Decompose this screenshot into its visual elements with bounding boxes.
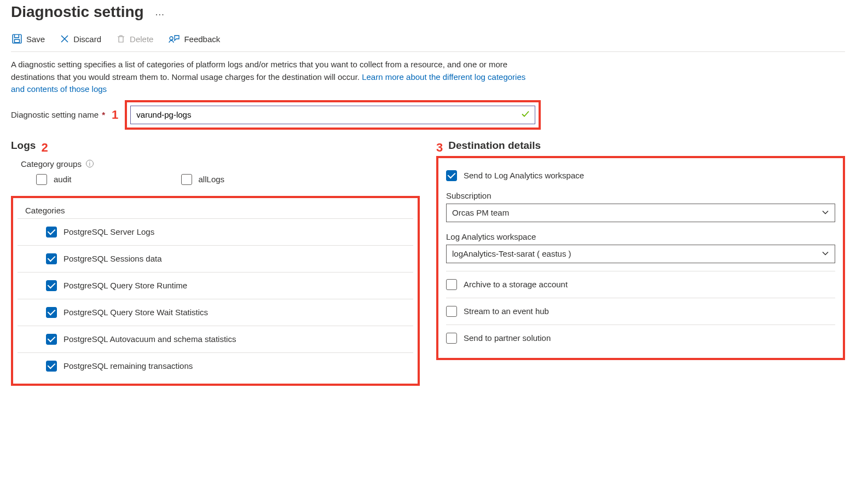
checkbox-icon: [46, 307, 57, 318]
category-item[interactable]: PostgreSQL Query Store Wait Statistics: [18, 299, 413, 326]
svg-point-2: [170, 37, 173, 40]
svg-rect-1: [15, 39, 20, 43]
feedback-button[interactable]: Feedback: [167, 32, 221, 46]
category-item[interactable]: PostgreSQL Server Logs: [18, 218, 413, 245]
destination-column: 3 Destination details Send to Log Analyt…: [436, 140, 845, 386]
toolbar: Save Discard Delete Feedback: [11, 21, 845, 52]
subscription-select[interactable]: Orcas PM team: [446, 204, 835, 222]
checkbox-icon: [46, 280, 57, 291]
checkbox-icon: [46, 253, 57, 264]
callout-3: 3: [436, 141, 443, 155]
category-groups-label: Category groups i: [21, 159, 420, 169]
checkbox-icon: [46, 334, 57, 345]
trash-icon: [117, 34, 125, 43]
categories-label: Categories: [25, 206, 413, 215]
checkbox-icon: [46, 361, 57, 372]
checkbox-icon: [46, 227, 57, 237]
category-item[interactable]: PostgreSQL Query Store Runtime: [18, 272, 413, 299]
category-item[interactable]: PostgreSQL Sessions data: [18, 245, 413, 272]
categories-highlight: Categories PostgreSQL Server Logs Postgr…: [11, 196, 420, 386]
description: A diagnostic setting specifies a list of…: [11, 59, 536, 96]
dest-log-analytics: Send to Log Analytics workspace Subscrip…: [446, 163, 835, 271]
name-field-label: Diagnostic setting name *: [11, 110, 105, 119]
page-title-row: Diagnostic setting …: [11, 0, 845, 21]
dest-partner: Send to partner solution: [446, 325, 835, 351]
checkbox-icon: [446, 279, 457, 290]
checkbox-icon: [181, 174, 192, 185]
destination-heading: Destination details: [448, 140, 541, 152]
destination-highlight: Send to Log Analytics workspace Subscrip…: [436, 156, 845, 360]
category-groups-row: audit allLogs: [11, 172, 420, 193]
checkbox-event-hub[interactable]: Stream to an event hub: [446, 306, 835, 317]
check-icon: [521, 109, 530, 120]
close-icon: [60, 34, 69, 43]
feedback-icon: [169, 34, 180, 44]
info-icon[interactable]: i: [86, 160, 94, 167]
checkbox-icon: [446, 306, 457, 317]
save-icon: [12, 34, 22, 44]
dest-storage: Archive to a storage account: [446, 271, 835, 298]
callout-1: 1: [112, 108, 118, 122]
name-field-row: Diagnostic setting name * 1: [11, 100, 845, 130]
checkbox-icon: [446, 170, 457, 181]
logs-column: Logs 2 Category groups i audit allLogs C…: [11, 140, 420, 386]
checkbox-storage[interactable]: Archive to a storage account: [446, 279, 835, 290]
checkbox-audit[interactable]: audit: [36, 174, 72, 185]
workspace-select[interactable]: logAnalytics-Test-sarat ( eastus ): [446, 245, 835, 263]
diagnostic-name-input[interactable]: [130, 106, 535, 124]
discard-button[interactable]: Discard: [59, 32, 102, 46]
category-item[interactable]: PostgreSQL remaining transactions: [18, 352, 413, 379]
callout-2: 2: [41, 141, 48, 155]
save-button[interactable]: Save: [11, 32, 46, 46]
dest-event-hub: Stream to an event hub: [446, 298, 835, 325]
checkbox-alllogs[interactable]: allLogs: [181, 174, 225, 185]
checkbox-log-analytics[interactable]: Send to Log Analytics workspace: [446, 170, 835, 181]
subscription-label: Subscription: [446, 191, 835, 200]
more-icon[interactable]: …: [155, 7, 165, 18]
workspace-label: Log Analytics workspace: [446, 232, 835, 241]
name-input-highlight: [125, 100, 541, 130]
category-item[interactable]: PostgreSQL Autovacuum and schema statist…: [18, 326, 413, 352]
checkbox-partner[interactable]: Send to partner solution: [446, 333, 835, 344]
chevron-down-icon: [822, 208, 829, 217]
logs-heading: Logs: [11, 140, 36, 152]
page-title: Diagnostic setting: [11, 3, 144, 21]
checkbox-icon: [446, 333, 457, 344]
chevron-down-icon: [822, 249, 829, 258]
checkbox-icon: [36, 174, 47, 185]
delete-button: Delete: [115, 32, 154, 46]
